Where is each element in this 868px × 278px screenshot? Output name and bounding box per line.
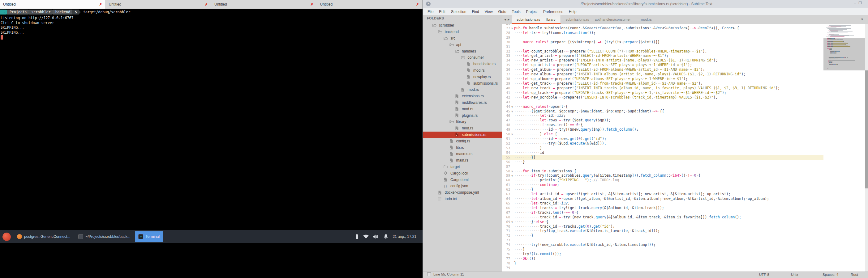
terminal-tab[interactable]: Untitled✗ (0, 0, 106, 9)
tab-scroll-right-icon[interactable]: ▶ (507, 18, 509, 21)
code-line[interactable]: 58∨····for·item·in·submissions·{ (502, 169, 824, 174)
tab-scroll-left-icon[interactable]: ◀ (504, 18, 506, 21)
fold-arrow-icon[interactable]: ∨ (510, 26, 514, 31)
tree-item-mod-rs[interactable]: mod.rs (423, 106, 502, 112)
code-line[interactable]: 66········let·tracks·=·try!(get_track.qu… (502, 206, 824, 210)
battery-icon[interactable] (355, 234, 359, 239)
code-line[interactable]: 46············let·id:·i32; (502, 113, 824, 118)
code-line[interactable]: 59∨········if·try!(count_scrobbles.query… (502, 173, 824, 178)
code-line[interactable]: 27∨pub·fn·handle_submissions(conn:·&Gene… (502, 26, 824, 31)
code-line[interactable]: 74········try!(new_scrobble.execute(&[&t… (502, 242, 824, 247)
code-line[interactable]: 61············continue; (502, 182, 824, 187)
code-line[interactable]: 79 (502, 266, 824, 270)
clock[interactable]: 21 апр., 17:21 (393, 235, 416, 239)
tree-item-backend[interactable]: backend (423, 29, 502, 35)
tree-item-mod-rs[interactable]: mod.rs (423, 67, 502, 74)
tree-item-consumer[interactable]: consumer (423, 55, 502, 61)
code-line[interactable]: 69∨········}·else·{ (502, 220, 824, 224)
scrollbar-thumb[interactable] (865, 70, 868, 188)
code-line[interactable]: 72········} (502, 233, 824, 238)
status-spaces-4[interactable]: Spaces: 4 (823, 273, 838, 276)
code-line[interactable]: 47············let·rows·=·try!($get.query… (502, 118, 824, 123)
fold-arrow-icon[interactable]: ∨ (510, 132, 514, 137)
code-line[interactable]: 52················try!($upd.execute(&[&i… (502, 141, 824, 146)
menu-tools[interactable]: Tools (509, 9, 523, 14)
code-line[interactable]: 76····try!(tx.commit()); (502, 252, 824, 256)
status-rust[interactable]: Rust (851, 273, 858, 276)
taskbar-window-button[interactable]: ~/Projects/scrobbler/back... (75, 231, 133, 242)
tree-item-handlers[interactable]: handlers (423, 48, 502, 55)
code-line[interactable]: 63········let·artist_id·=·upsert!(get_ar… (502, 192, 824, 197)
tree-item-library[interactable]: library (423, 118, 502, 125)
tree-item-mod-rs[interactable]: mod.rs (423, 125, 502, 132)
code-line[interactable]: 53············} (502, 146, 824, 150)
tree-item-main-rs[interactable]: main.rs (423, 157, 502, 164)
code-line[interactable]: 29 (502, 35, 824, 40)
code-line[interactable]: 33····let·get_artist·=·prepare!("SELECT·… (502, 54, 824, 58)
code-line[interactable]: 68············track_id·=·try!(new_track.… (502, 215, 824, 220)
code-line[interactable]: 70············track_id·=·tracks.get(0).g… (502, 224, 824, 229)
terminal-tab[interactable]: Untitled✗ (106, 0, 212, 9)
tree-item-lib-rs[interactable]: lib.rs (423, 144, 502, 151)
fold-arrow-icon[interactable]: ∨ (510, 174, 514, 178)
code-line[interactable]: 36····let·get_album·=·prepare!("SELECT·i… (502, 67, 824, 72)
terminal-tab[interactable]: Untitled✗ (211, 0, 317, 9)
code-line[interactable]: 45∨········($get:ident,·$gp:expr;·$new:i… (502, 109, 824, 114)
code-line[interactable]: 55········}} (502, 155, 824, 160)
terminal-screen[interactable]: ~ Projectsscrobblerbackend $ target/debu… (0, 9, 423, 230)
caret-position[interactable]: Line 55, Column 11 (433, 272, 464, 276)
code-line[interactable]: 40····let·new_track·=·prepare!("INSERT·I… (502, 86, 824, 91)
minimap-viewport[interactable] (824, 38, 865, 70)
code-line[interactable]: 30····macro_rules!·prepare·{($stmt:expr)… (502, 40, 824, 44)
tree-item-handshake-rs[interactable]: handshake.rs (423, 61, 502, 67)
tree-item-todo-txt[interactable]: todo.txt (423, 196, 502, 202)
code-line[interactable]: 77····Ok(()) (502, 256, 824, 261)
code-line[interactable]: 60············println!("SKIPPING...");·/… (502, 178, 824, 182)
close-icon[interactable]: ✗ (205, 2, 208, 6)
code-line[interactable]: 42····let·new_scrobble·=·prepare!("INSER… (502, 95, 824, 100)
code-line[interactable]: 73 (502, 238, 824, 242)
code-line[interactable]: 37····let·new_album·=·prepare!("INSERT·I… (502, 72, 824, 77)
tab-scroll-arrows[interactable]: ◀▶ (502, 15, 512, 24)
code-line[interactable]: 75····} (502, 247, 824, 252)
app-launcher-icon[interactable] (2, 233, 11, 241)
tree-item-Cargo-toml[interactable]: Cargo.toml (423, 176, 502, 183)
code-line[interactable]: 62········} (502, 187, 824, 192)
tree-item-nowplay-rs[interactable]: nowplay.rs (423, 73, 502, 80)
code-line[interactable]: 56····} (502, 160, 824, 164)
code-line[interactable]: 44∨····macro_rules!·upsert·{ (502, 104, 824, 109)
title-bar[interactable]: ✕ ~/Projects/scrobbler/backend/src/libra… (423, 0, 868, 8)
tree-item-target[interactable]: target (423, 164, 502, 170)
code-line[interactable]: 35····let·up_artist·=·prepare!("UPDATE·a… (502, 63, 824, 67)
tree-item-middlewares-rs[interactable]: middlewares.rs (423, 100, 502, 106)
tab-overflow-icon[interactable]: ▼ (861, 18, 864, 21)
menu-edit[interactable]: Edit (436, 9, 448, 14)
code-line[interactable]: 41····let·up_track·=·prepare!("UPDATE·tr… (502, 91, 824, 95)
menu-goto[interactable]: Goto (496, 9, 509, 14)
menu-project[interactable]: Project (523, 9, 540, 14)
code-line[interactable]: 48············if·rows.len()·==·0·{ (502, 123, 824, 127)
code-line[interactable]: 64········let·album_id·=·upsert!(get_alb… (502, 197, 824, 201)
tree-item-config-rs[interactable]: config.rs (423, 138, 502, 144)
taskbar-window-button[interactable]: postgres::GenericConnect... (14, 231, 73, 242)
code-line[interactable]: 67········if·tracks.len()·==·0·{ (502, 210, 824, 215)
terminal-tab[interactable]: Untitled✗ (317, 0, 423, 9)
code-line[interactable]: 34····let·new_artist·=·prepare!("INSERT·… (502, 58, 824, 63)
tree-item-src[interactable]: src (423, 35, 502, 42)
menu-file[interactable]: File (425, 9, 436, 14)
close-icon[interactable]: ✗ (416, 2, 419, 6)
code-line[interactable]: 43 (502, 100, 824, 104)
code-line[interactable]: 51················id·=·rows.get(0).get("… (502, 137, 824, 141)
menu-preferences[interactable]: Preferences (540, 9, 566, 14)
window-close-icon[interactable]: ✕ (426, 2, 431, 6)
tree-item-scrobbler[interactable]: scrobbler (423, 22, 502, 29)
code-line[interactable]: 50∨············}·else·{ (502, 132, 824, 137)
tree-item-docker-compose-yml[interactable]: docker-compose.yml (423, 189, 502, 196)
code-line[interactable]: 54············id (502, 150, 824, 155)
code-line[interactable]: 38····let·up_album·=·prepare!("UPDATE·al… (502, 77, 824, 81)
code-line[interactable]: 78} (502, 261, 824, 266)
notifications-bell-icon[interactable] (383, 234, 388, 239)
minimap[interactable] (824, 24, 865, 272)
tree-item-macros-rs[interactable]: macros.rs (423, 151, 502, 157)
tree-item-plugins-rs[interactable]: plugins.rs (423, 112, 502, 118)
